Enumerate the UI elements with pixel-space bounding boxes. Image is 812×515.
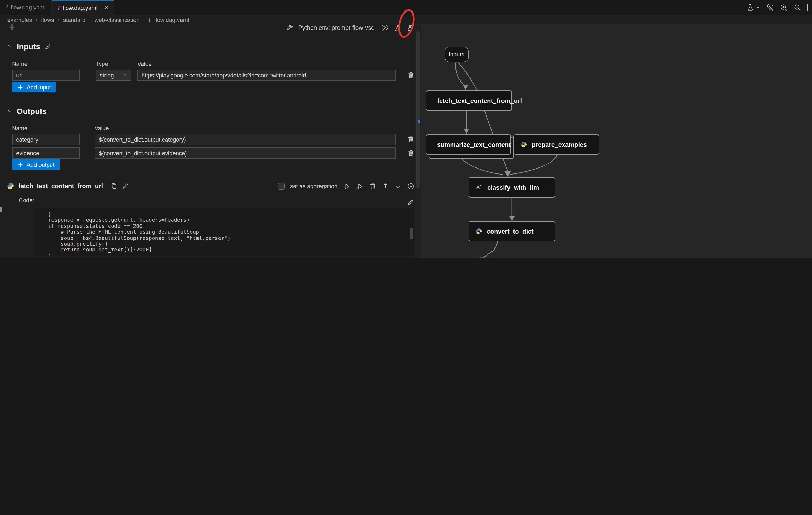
- trash-icon[interactable]: [369, 182, 377, 190]
- input-name-field[interactable]: url: [12, 69, 80, 81]
- column-header: Value: [137, 61, 152, 67]
- pencil-icon[interactable]: [407, 199, 414, 206]
- graph-node-fetch-text-content-from-url[interactable]: fetch_text_content_from_url: [426, 90, 512, 111]
- inputs-section-header: Inputs: [7, 42, 52, 51]
- code-content: } response = requests.get(url, headers=h…: [34, 208, 414, 256]
- flow-graph-canvas[interactable]: inputs fetch_text_content_from_url summa…: [421, 24, 812, 258]
- breadcrumb-item[interactable]: standard: [63, 17, 86, 23]
- copy-icon[interactable]: [110, 182, 118, 190]
- fetch-node-header: fetch_text_content_from_url set as aggre…: [7, 181, 415, 191]
- panel-scrollbar-thumb[interactable]: [416, 31, 420, 188]
- breadcrumb-separator: ›: [143, 17, 145, 23]
- chevron-down-icon[interactable]: [7, 44, 12, 49]
- tab-flow-dag-yaml-inactive[interactable]: ! flow.dag.yaml: [0, 0, 52, 15]
- aggregation-label: set as aggregation: [290, 183, 338, 189]
- breadcrumb-separator: ›: [35, 17, 37, 23]
- breadcrumb-item[interactable]: flows: [41, 17, 54, 23]
- code-scrollbar-thumb[interactable]: [410, 228, 413, 239]
- warning-icon: !: [149, 17, 150, 23]
- tab-bar: ! flow.dag.yaml ! flow.dag.yaml ×: [0, 0, 812, 15]
- tab-label: flow.dag.yaml: [11, 4, 46, 10]
- column-header: Type: [95, 61, 108, 67]
- section-divider: [0, 177, 415, 177]
- graph-node-summarize-text-content[interactable]: summarize_text_content: [426, 134, 511, 155]
- close-icon[interactable]: ×: [104, 4, 108, 11]
- node-title: fetch_text_content_from_url: [18, 182, 103, 190]
- column-header: Name: [12, 125, 27, 131]
- beaker-dropdown-button[interactable]: [747, 3, 760, 11]
- aggregation-checkbox[interactable]: [278, 183, 285, 190]
- chevron-down-icon: [122, 73, 127, 78]
- python-icon: [520, 141, 527, 148]
- chevron-down-icon[interactable]: [7, 108, 12, 114]
- python-icon: [475, 228, 482, 235]
- code-label: Code:: [19, 197, 34, 203]
- tab-flow-dag-yaml-active[interactable]: ! flow.dag.yaml ×: [52, 0, 115, 15]
- input-value-field[interactable]: https://play.google.com/store/apps/detai…: [137, 69, 396, 81]
- beaker-stop-icon[interactable]: [406, 24, 414, 32]
- python-icon: [7, 182, 14, 190]
- pencil-icon[interactable]: [45, 42, 52, 50]
- run-all-icon[interactable]: [381, 24, 389, 32]
- tools-icon[interactable]: [766, 3, 774, 11]
- column-header: Value: [94, 125, 109, 131]
- graph-node-prepare-examples[interactable]: prepare_examples: [514, 134, 599, 155]
- wrench-icon: [286, 24, 294, 31]
- column-header: Name: [12, 61, 27, 67]
- output-value-field[interactable]: ${convert_to_dict.output.evidence}: [94, 147, 396, 159]
- graph-node-classify-with-llm[interactable]: classify_with_llm: [468, 177, 555, 198]
- output-name-field[interactable]: evidence: [12, 147, 80, 159]
- section-title: Inputs: [17, 42, 40, 51]
- zoom-in-icon[interactable]: [780, 3, 788, 11]
- dropdown-value: string: [100, 72, 114, 78]
- tab-label: flow.dag.yaml: [63, 4, 97, 11]
- node-label: convert_to_dict: [487, 228, 533, 235]
- breadcrumb-separator: ›: [89, 17, 91, 23]
- node-label: classify_with_llm: [487, 184, 539, 191]
- output-value-field[interactable]: ${convert_to_dict.output.category}: [94, 134, 396, 145]
- add-input-button[interactable]: Add input: [12, 82, 56, 92]
- output-name-field[interactable]: category: [12, 134, 80, 145]
- breadcrumb-item[interactable]: examples: [7, 17, 32, 23]
- trash-icon[interactable]: [407, 135, 415, 143]
- beaker-icon[interactable]: [394, 24, 402, 32]
- node-label: summarize_text_content: [437, 141, 511, 148]
- button-label: Add input: [27, 84, 51, 90]
- plus-icon: [17, 161, 24, 168]
- debug-run-icon[interactable]: [356, 182, 364, 190]
- breadcrumb-item-file[interactable]: flow.dag.yaml: [154, 17, 189, 23]
- graph-node-inputs[interactable]: inputs: [444, 47, 468, 62]
- graph-node-convert-to-dict[interactable]: convert_to_dict: [468, 221, 555, 241]
- node-label: prepare_examples: [532, 141, 587, 148]
- input-type-dropdown[interactable]: string: [95, 69, 131, 81]
- python-env-label[interactable]: Python env: prompt-flow-vsc: [298, 25, 374, 31]
- breadcrumb-item[interactable]: web-classification: [94, 17, 140, 23]
- modified-indicator-icon: !: [58, 4, 60, 11]
- move-up-icon[interactable]: [382, 182, 389, 190]
- code-block[interactable]: } response = requests.get(url, headers=h…: [34, 208, 414, 256]
- add-output-button[interactable]: Add output: [12, 159, 60, 170]
- scroll-marker: [418, 120, 420, 123]
- breadcrumb-separator: ›: [58, 17, 60, 23]
- trash-icon[interactable]: [407, 149, 415, 157]
- section-title: Outputs: [17, 107, 47, 115]
- chevron-down-icon: [755, 5, 760, 10]
- move-down-icon[interactable]: [395, 182, 402, 190]
- button-label: Add output: [27, 161, 54, 168]
- beaker-icon: [747, 3, 754, 11]
- add-icon[interactable]: [8, 23, 16, 31]
- trash-icon[interactable]: [407, 71, 415, 79]
- modified-indicator-icon: !: [6, 4, 7, 10]
- node-label: fetch_text_content_from_url: [437, 97, 522, 104]
- locate-icon[interactable]: [407, 182, 415, 190]
- pencil-icon[interactable]: [122, 182, 129, 190]
- llm-icon: [475, 184, 483, 191]
- edge-artifact: [0, 207, 2, 212]
- editor-actions: [747, 0, 810, 15]
- plus-icon: [17, 84, 24, 90]
- node-label: inputs: [449, 51, 464, 57]
- run-node-icon[interactable]: [343, 182, 350, 190]
- zoom-out-icon[interactable]: [793, 3, 801, 11]
- clipped-icon: [807, 3, 810, 11]
- outputs-section-header: Outputs: [7, 107, 47, 115]
